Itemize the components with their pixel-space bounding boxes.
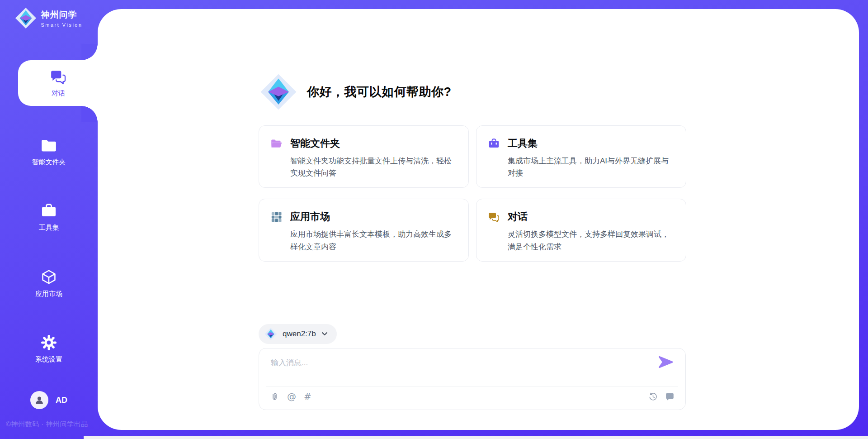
app-window: 神州问学 Smart Vision 对话 智能文件夹 工具集 应用市场 系统设置 xyxy=(0,0,868,439)
card-title: 应用市场 xyxy=(290,210,330,224)
user-account[interactable]: AD xyxy=(0,391,98,409)
copyright-footer: ©神州数码 · 神州问学出品 xyxy=(6,420,101,429)
sidebar-item-smart-folder[interactable]: 智能文件夹 xyxy=(0,134,98,169)
card-description: 灵活切换多模型文件，支持多样回复效果调试，满足个性化需求 xyxy=(508,228,674,253)
grid-icon xyxy=(270,211,283,223)
sidebar-item-label: 对话 xyxy=(52,89,65,98)
chevron-down-icon xyxy=(321,332,328,336)
brand-logo-block: 神州问学 Smart Vision xyxy=(0,7,98,29)
chat-icon xyxy=(50,68,67,86)
sidebar-item-settings[interactable]: 系统设置 xyxy=(0,331,98,367)
model-selector[interactable]: qwen2:7b xyxy=(259,324,337,344)
card-title: 智能文件夹 xyxy=(290,137,340,150)
sidebar-item-label: 智能文件夹 xyxy=(32,158,66,167)
feature-cards: 智能文件夹 智能文件夹功能支持批量文件上传与清洗，轻松实现文件问答 工具集 集成… xyxy=(259,125,686,262)
gear-icon xyxy=(40,334,57,351)
send-button[interactable] xyxy=(658,356,674,368)
folder-icon xyxy=(40,137,57,154)
sidebar-item-label: 系统设置 xyxy=(35,355,62,364)
avatar xyxy=(30,391,48,409)
sidebar-item-app-market[interactable]: 应用市场 xyxy=(0,266,98,301)
sidebar-item-toolset[interactable]: 工具集 xyxy=(0,200,98,235)
card-title: 对话 xyxy=(508,210,528,224)
card-title: 工具集 xyxy=(508,137,538,150)
user-name: AD xyxy=(56,396,67,405)
sidebar-item-label: 应用市场 xyxy=(35,290,62,298)
composer-divider xyxy=(266,387,678,387)
card-description: 智能文件夹功能支持批量文件上传与清洗，轻松实现文件问答 xyxy=(290,155,457,179)
attachment-icon[interactable] xyxy=(270,392,279,401)
sidebar: 神州问学 Smart Vision 对话 智能文件夹 工具集 应用市场 系统设置 xyxy=(0,0,98,439)
greeting-title: 你好，我可以如何帮助你? xyxy=(307,84,452,100)
card-smart-folder[interactable]: 智能文件夹 智能文件夹功能支持批量文件上传与清洗，轻松实现文件问答 xyxy=(259,125,469,188)
assistant-diamond-icon xyxy=(260,73,297,110)
model-diamond-icon xyxy=(264,328,277,340)
cube-icon xyxy=(40,268,57,286)
card-description: 应用市场提供丰富长文本模板，助力高效生成多样化文章内容 xyxy=(290,228,457,253)
greeting-block: 你好，我可以如何帮助你? xyxy=(260,73,452,110)
chat-icon xyxy=(488,211,500,223)
mention-icon[interactable]: @ xyxy=(287,392,296,401)
horizontal-scrollbar[interactable] xyxy=(84,436,868,439)
sidebar-item-chat[interactable]: 对话 xyxy=(18,60,99,106)
toolbox-icon xyxy=(40,202,57,220)
history-icon[interactable] xyxy=(648,392,658,401)
sidebar-item-label: 工具集 xyxy=(39,224,59,232)
brand-name: 神州问学 xyxy=(41,9,82,21)
model-name: qwen2:7b xyxy=(283,329,316,339)
brand-subtitle: Smart Vision xyxy=(41,22,82,28)
folder-open-icon xyxy=(270,138,283,150)
message-input[interactable]: 输入消息... xyxy=(271,358,308,368)
card-chat[interactable]: 对话 灵活切换多模型文件，支持多样回复效果调试，满足个性化需求 xyxy=(476,199,686,261)
toolbox-icon xyxy=(488,138,500,150)
card-app-market[interactable]: 应用市场 应用市场提供丰富长文本模板，助力高效生成多样化文章内容 xyxy=(259,199,469,261)
card-description: 集成市场上主流工具，助力AI与外界无缝扩展与对接 xyxy=(508,155,674,179)
person-icon xyxy=(34,395,45,406)
card-toolset[interactable]: 工具集 集成市场上主流工具，助力AI与外界无缝扩展与对接 xyxy=(476,125,686,188)
hashtag-icon[interactable]: # xyxy=(304,392,311,401)
chat-bubble-icon[interactable] xyxy=(665,392,675,401)
message-composer[interactable]: 输入消息... @ # xyxy=(259,348,686,410)
brand-diamond-icon xyxy=(15,7,37,29)
